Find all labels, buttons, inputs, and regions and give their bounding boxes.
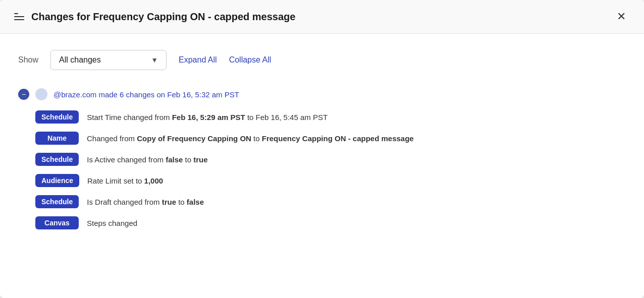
show-dropdown[interactable]: All changes ▼	[50, 50, 167, 70]
collapse-toggle-button[interactable]: −	[18, 89, 29, 100]
tag-schedule: Schedule	[35, 110, 79, 124]
avatar	[35, 88, 47, 100]
list-icon[interactable]	[14, 13, 24, 20]
change-row: Canvas Steps changed	[18, 216, 626, 229]
group-header: − @braze.com made 6 changes on Feb 16, 5…	[18, 88, 626, 100]
tag-schedule: Schedule	[35, 153, 79, 166]
tag-name: Name	[35, 132, 79, 145]
change-row: Name Changed from Copy of Frequency Capp…	[18, 132, 626, 145]
changes-group: − @braze.com made 6 changes on Feb 16, 5…	[18, 88, 626, 229]
dropdown-value: All changes	[59, 55, 101, 65]
change-text: Start Time changed from Feb 16, 5:29 am …	[87, 113, 328, 122]
show-label: Show	[18, 55, 38, 65]
modal-header-left: Changes for Frequency Capping ON - cappe…	[14, 11, 295, 23]
modal-body: Show All changes ▼ Expand All Collapse A…	[0, 34, 644, 260]
collapse-all-button[interactable]: Collapse All	[229, 55, 272, 65]
change-text: Is Draft changed from true to false	[87, 198, 204, 206]
group-summary: @braze.com made 6 changes on Feb 16, 5:3…	[53, 90, 239, 99]
modal-title: Changes for Frequency Capping ON - cappe…	[31, 11, 295, 23]
change-row: Schedule Start Time changed from Feb 16,…	[18, 110, 626, 124]
expand-all-button[interactable]: Expand All	[179, 55, 217, 65]
tag-schedule: Schedule	[35, 195, 79, 208]
change-text: Steps changed	[87, 219, 137, 227]
close-button[interactable]: ✕	[613, 9, 630, 24]
change-row: Schedule Is Active changed from false to…	[18, 153, 626, 166]
change-text: Is Active changed from false to true	[87, 155, 207, 164]
modal-header: Changes for Frequency Capping ON - cappe…	[0, 0, 644, 34]
tag-canvas: Canvas	[35, 216, 79, 229]
change-row: Schedule Is Draft changed from true to f…	[18, 195, 626, 208]
change-row: Audience Rate Limit set to 1,000	[18, 174, 626, 187]
toolbar: Show All changes ▼ Expand All Collapse A…	[18, 50, 626, 70]
chevron-down-icon: ▼	[151, 56, 158, 64]
tag-audience: Audience	[35, 174, 79, 187]
modal-container: Changes for Frequency Capping ON - cappe…	[0, 0, 644, 298]
change-text: Changed from Copy of Frequency Capping O…	[87, 134, 414, 143]
change-text: Rate Limit set to 1,000	[87, 176, 163, 185]
